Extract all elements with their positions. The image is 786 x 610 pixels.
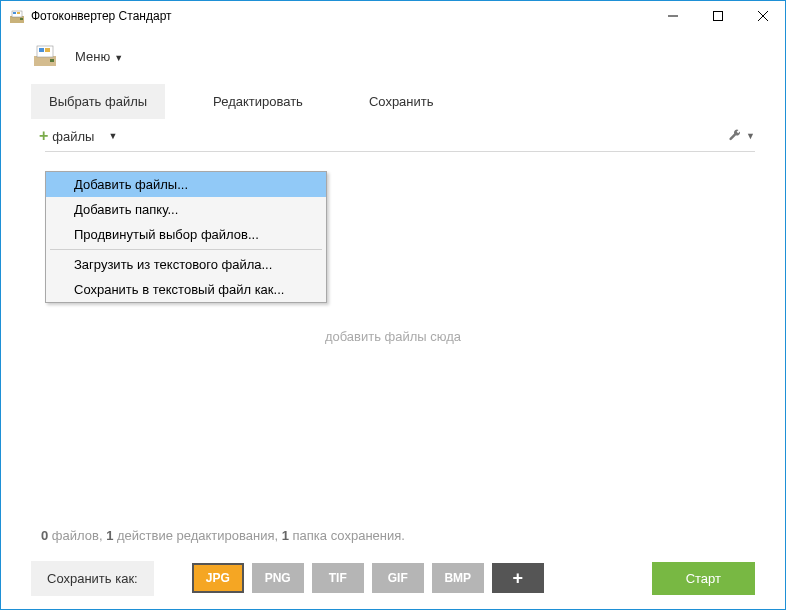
- chevron-down-icon: ▼: [746, 131, 755, 141]
- dropdown-advanced-select[interactable]: Продвинутый выбор файлов...: [46, 222, 326, 247]
- dropdown-add-folder[interactable]: Добавить папку...: [46, 197, 326, 222]
- tab-save[interactable]: Сохранить: [351, 84, 452, 119]
- app-icon: [9, 8, 25, 24]
- settings-button[interactable]: ▼: [728, 129, 755, 143]
- dropdown-save-txt[interactable]: Сохранить в текстовый файл как...: [46, 277, 326, 302]
- status-folder-count: 1: [282, 528, 289, 543]
- status-edit-word: действие редактирования,: [113, 528, 281, 543]
- format-gif[interactable]: GIF: [372, 563, 424, 593]
- svg-rect-11: [39, 48, 44, 52]
- minimize-button[interactable]: [650, 1, 695, 31]
- printer-icon: [31, 42, 59, 70]
- wrench-icon: [728, 129, 742, 143]
- add-files-button[interactable]: + файлы ▼: [31, 123, 125, 149]
- svg-rect-12: [45, 48, 50, 52]
- svg-rect-4: [20, 18, 23, 20]
- toolbar: + файлы ▼ ▼: [1, 121, 785, 151]
- format-png[interactable]: PNG: [252, 563, 304, 593]
- format-jpg[interactable]: JPG: [192, 563, 244, 593]
- maximize-button[interactable]: [695, 1, 740, 31]
- dropdown-load-txt[interactable]: Загрузить из текстового файла...: [46, 252, 326, 277]
- start-button[interactable]: Старт: [652, 562, 755, 595]
- svg-rect-6: [713, 12, 722, 21]
- svg-rect-2: [13, 12, 16, 14]
- format-tif[interactable]: TIF: [312, 563, 364, 593]
- status-files-word: файлов,: [48, 528, 106, 543]
- files-dropdown: Добавить файлы... Добавить папку... Прод…: [45, 171, 327, 303]
- files-label: файлы: [52, 129, 94, 144]
- tab-edit[interactable]: Редактировать: [195, 84, 321, 119]
- dropdown-add-files[interactable]: Добавить файлы...: [46, 172, 326, 197]
- status-folder-word: папка сохранения.: [289, 528, 405, 543]
- bottombar: Сохранить как: JPG PNG TIF GIF BMP + Ста…: [31, 559, 755, 597]
- tabs: Выбрать файлы Редактировать Сохранить: [1, 81, 785, 121]
- menu-label: Меню: [75, 49, 110, 64]
- drop-hint: добавить файлы сюда: [1, 329, 785, 344]
- menu-button[interactable]: Меню▼: [75, 49, 123, 64]
- chevron-down-icon: ▼: [114, 53, 123, 63]
- status-line: 0 файлов, 1 действие редактирования, 1 п…: [41, 528, 405, 543]
- save-as-label: Сохранить как:: [31, 561, 154, 596]
- svg-rect-3: [17, 12, 20, 14]
- divider: [45, 151, 755, 152]
- format-add[interactable]: +: [492, 563, 544, 593]
- window-title: Фотоконвертер Стандарт: [31, 9, 650, 23]
- format-bmp[interactable]: BMP: [432, 563, 484, 593]
- chevron-down-icon: ▼: [108, 131, 117, 141]
- tab-select-files[interactable]: Выбрать файлы: [31, 84, 165, 119]
- menubar: Меню▼: [1, 31, 785, 81]
- divider: [50, 249, 322, 250]
- plus-icon: +: [39, 127, 48, 145]
- titlebar: Фотоконвертер Стандарт: [1, 1, 785, 31]
- svg-rect-13: [50, 59, 54, 62]
- close-button[interactable]: [740, 1, 785, 31]
